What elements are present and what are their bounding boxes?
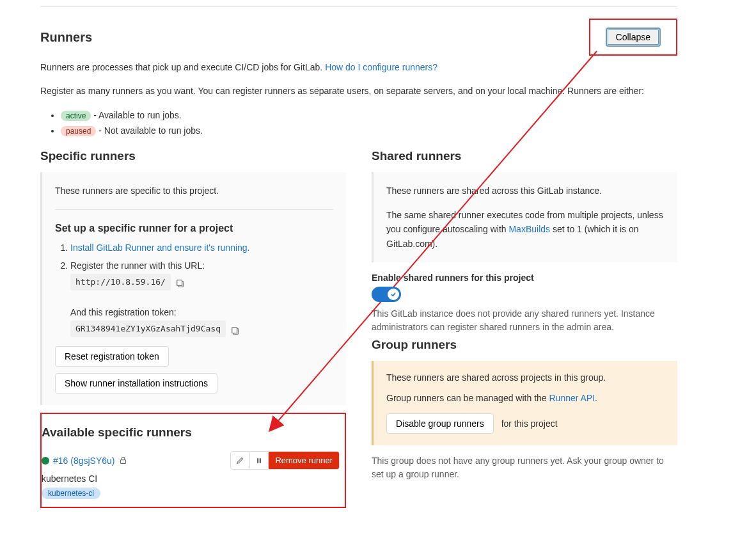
group-empty-note: This group does not have any group runne…: [372, 454, 677, 481]
disable-group-runners-button[interactable]: Disable group runners: [386, 413, 494, 434]
svg-rect-2: [177, 280, 182, 286]
enable-shared-toggle[interactable]: [372, 287, 401, 302]
pencil-icon: [236, 456, 244, 465]
configure-runners-link[interactable]: How do I configure runners?: [325, 62, 437, 72]
lock-icon: [119, 456, 127, 465]
group-card: These runners are shared across projects…: [372, 361, 677, 445]
group-runners-heading: Group runners: [372, 338, 677, 352]
remove-runner-button[interactable]: Remove runner: [269, 452, 339, 469]
intro-line-1: Runners are processes that pick up and e…: [40, 61, 677, 74]
check-icon: [390, 291, 397, 298]
runner-api-link[interactable]: Runner API: [549, 393, 595, 403]
setup-step-1: Install GitLab Runner and ensure it's ru…: [70, 241, 333, 256]
registration-url: http://10.8.59.16/: [70, 274, 171, 290]
toggle-knob: [388, 289, 399, 300]
svg-rect-4: [232, 327, 237, 333]
available-heading: Available specific runners: [42, 426, 340, 440]
install-runner-link[interactable]: Install GitLab Runner and ensure it's ru…: [70, 243, 250, 253]
svg-rect-6: [257, 458, 258, 463]
page-title: Runners: [40, 30, 92, 45]
shared-runners-heading: Shared runners: [372, 149, 677, 163]
group-note-1: These runners are shared across projects…: [386, 372, 665, 383]
maxbuilds-link[interactable]: MaxBuilds: [508, 224, 550, 234]
token-label: And this registration token:: [70, 307, 177, 317]
collapse-annotation: Collapse: [589, 19, 677, 56]
copy-token-icon[interactable]: [231, 325, 240, 334]
badge-paused: paused: [61, 126, 96, 136]
shared-card: These runners are shared across this Git…: [372, 172, 677, 263]
pause-runner-button[interactable]: [250, 453, 269, 468]
specific-runners-heading: Specific runners: [40, 149, 346, 163]
shared-note-2: The same shared runner executes code fro…: [386, 208, 665, 251]
intro-line-2: Register as many runners as you want. Yo…: [40, 84, 677, 98]
disable-group-suffix: for this project: [501, 418, 558, 429]
badge-active: active: [61, 111, 91, 121]
shared-note-1: These runners are shared across this Git…: [386, 184, 665, 198]
available-annotation: Available specific runners #16 (8gsjSY6u…: [40, 413, 346, 508]
status-dot-icon: [42, 457, 49, 465]
collapse-button[interactable]: Collapse: [606, 28, 661, 47]
show-instructions-button[interactable]: Show runner installation instructions: [55, 373, 217, 394]
registration-token: GR1348941eZY1yXGzAsahTjd9Casq: [70, 321, 226, 337]
group-note-2: Group runners can be managed with the Ru…: [386, 393, 665, 403]
svg-rect-5: [120, 460, 125, 464]
reset-token-button[interactable]: Reset registration token: [55, 346, 169, 367]
pause-icon: [255, 457, 263, 465]
enable-shared-label: Enable shared runners for this project: [372, 273, 677, 283]
edit-runner-button[interactable]: [231, 452, 250, 468]
specific-card: These runners are specific to this proje…: [40, 172, 346, 406]
runner-description: kubernetes CI: [42, 473, 340, 484]
copy-url-icon[interactable]: [176, 278, 185, 287]
setup-step-2: Register the runner with this URL: http:…: [70, 259, 333, 338]
svg-rect-7: [260, 458, 261, 463]
setup-title: Set up a specific runner for a project: [55, 223, 333, 234]
status-active-item: active - Available to run jobs.: [61, 108, 677, 123]
runner-tag: kubernetes-ci: [42, 488, 100, 499]
runner-row: #16 (8gsjSY6u) Remove runner: [42, 451, 340, 470]
specific-note: These runners are specific to this proje…: [55, 184, 333, 198]
status-paused-item: paused - Not available to run jobs.: [61, 123, 677, 139]
shared-empty-note: This GitLab instance does not provide an…: [372, 307, 677, 334]
runner-id-link[interactable]: #16 (8gsjSY6u): [53, 456, 115, 466]
